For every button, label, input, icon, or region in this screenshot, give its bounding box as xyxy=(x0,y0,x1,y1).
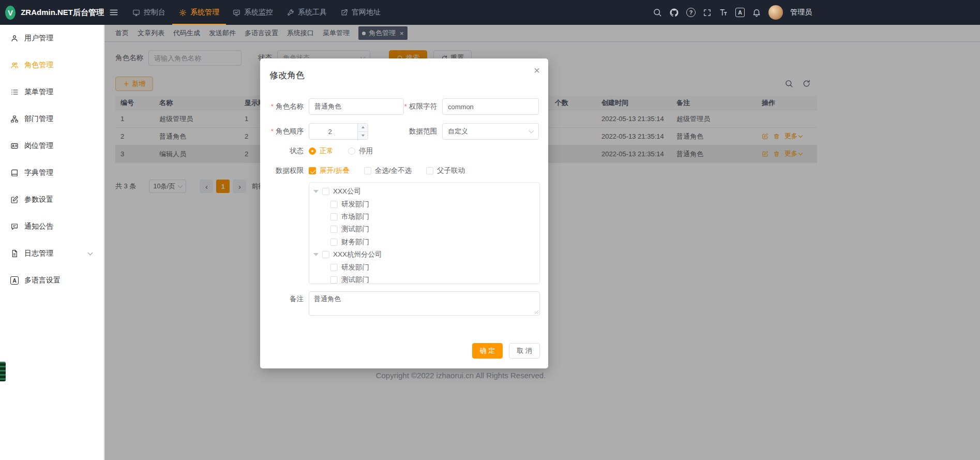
caret-down-icon[interactable] xyxy=(313,253,319,256)
remark-textarea-wrap: 普通角色 xyxy=(309,291,540,316)
sidebar-item-logs[interactable]: 日志管理 xyxy=(0,240,103,267)
sidebar-item-label: 角色管理 xyxy=(24,61,53,70)
sidebar-item-users[interactable]: 用户管理 xyxy=(0,25,103,52)
remark-textarea[interactable]: 普通角色 xyxy=(309,291,540,316)
checkbox-icon[interactable] xyxy=(330,226,338,233)
font-size-icon[interactable] xyxy=(719,8,728,17)
radio-disabled[interactable]: 停用 xyxy=(348,146,373,156)
form-row: 状态 正常 停用 xyxy=(260,146,387,156)
user-name[interactable]: 管理员 xyxy=(790,8,812,17)
radio-label: 停用 xyxy=(359,146,373,156)
status-label: 状态 xyxy=(260,146,309,156)
sidebar-item-parameters[interactable]: 参数设置 xyxy=(0,186,103,213)
tree-node-root[interactable]: XXX公司 xyxy=(313,185,539,198)
top-nav: 控制台 系统管理 系统监控 系统工具 官网地址 xyxy=(126,0,387,25)
sidebar-item-label: 多语言设置 xyxy=(24,276,61,285)
tree-node-child[interactable]: 测试部门 xyxy=(313,223,539,235)
search-icon[interactable] xyxy=(653,8,662,17)
checkbox-icon[interactable] xyxy=(330,239,338,246)
checkbox-parent-child-link[interactable]: 父子联动 xyxy=(426,166,465,175)
form-row: 角色顺序 数据范围 自定义 xyxy=(260,123,539,140)
tree-node-child[interactable]: 研发部门 xyxy=(313,198,539,210)
tree-node-child[interactable]: 财务部门 xyxy=(313,236,539,248)
checkbox-icon[interactable] xyxy=(330,276,338,284)
increment-button[interactable] xyxy=(358,124,368,132)
checkbox-icon[interactable] xyxy=(330,213,338,220)
users-icon xyxy=(10,61,19,69)
devtools-badge[interactable] xyxy=(0,362,6,381)
role-order-input[interactable] xyxy=(309,128,351,136)
checkbox-icon[interactable] xyxy=(322,251,329,258)
radio-normal[interactable]: 正常 xyxy=(309,146,334,156)
dialog-title: 修改角色 xyxy=(269,69,305,81)
caret-down-icon[interactable] xyxy=(313,190,319,193)
tree-node-root[interactable]: XXX杭州分公司 xyxy=(313,248,539,261)
sidebar-item-menus[interactable]: 菜单管理 xyxy=(0,79,103,106)
confirm-button[interactable]: 确 定 xyxy=(472,343,503,359)
cancel-button[interactable]: 取 消 xyxy=(509,343,540,359)
perm-char-label: 权限字符 xyxy=(404,102,442,111)
tree-node-child[interactable]: 研发部门 xyxy=(313,261,539,273)
tree-node-label: 研发部门 xyxy=(341,263,369,272)
nav-item-system-manage[interactable]: 系统管理 xyxy=(172,0,226,25)
wrench-icon xyxy=(287,9,294,17)
nav-item-system-tools[interactable]: 系统工具 xyxy=(280,0,334,25)
sidebar-item-notices[interactable]: 通知公告 xyxy=(0,213,103,240)
sidebar-item-label: 用户管理 xyxy=(24,34,53,43)
tree-node-label: 研发部门 xyxy=(341,200,369,209)
remark-label: 备注 xyxy=(260,291,309,307)
checkbox-icon[interactable] xyxy=(330,264,338,271)
github-icon[interactable] xyxy=(669,8,679,18)
sidebar-item-label: 部门管理 xyxy=(24,114,53,124)
document-icon xyxy=(10,249,19,258)
tree-node-label: 财务部门 xyxy=(341,238,369,247)
nav-item-console[interactable]: 控制台 xyxy=(126,0,172,25)
decrement-button[interactable] xyxy=(358,132,368,140)
sidebar-item-posts[interactable]: 岗位管理 xyxy=(0,132,103,159)
sidebar-item-dictionary[interactable]: 字典管理 xyxy=(0,159,103,186)
sidebar-item-i18n[interactable]: A 多语言设置 xyxy=(0,267,103,294)
checkbox-icon xyxy=(364,167,371,174)
role-name-input[interactable] xyxy=(309,98,404,115)
tree-node-child[interactable]: 市场部门 xyxy=(313,211,539,223)
form-row: 数据权限 展开/折叠 全选/全不选 父子联动 xyxy=(260,166,479,175)
id-card-icon xyxy=(10,142,19,150)
close-icon[interactable]: × xyxy=(534,65,540,76)
stepper-controls xyxy=(357,124,368,139)
checkbox-select-all[interactable]: 全选/全不选 xyxy=(364,166,412,175)
avatar[interactable] xyxy=(768,5,783,20)
bell-icon[interactable] xyxy=(752,8,761,17)
role-order-stepper[interactable] xyxy=(309,123,368,140)
app-logo[interactable]: V ZRAdmin.NET后台管理 xyxy=(0,6,104,20)
checkbox-icon[interactable] xyxy=(322,188,329,195)
sidebar-item-roles[interactable]: 角色管理 xyxy=(0,52,103,79)
nav-label: 系统管理 xyxy=(190,8,219,17)
help-icon[interactable]: ? xyxy=(686,8,696,17)
fullscreen-icon[interactable] xyxy=(703,8,712,17)
perm-char-input[interactable] xyxy=(442,98,539,115)
language-icon[interactable]: A xyxy=(735,8,745,17)
book-icon xyxy=(10,169,19,177)
tree-node-label: XXX杭州分公司 xyxy=(333,250,382,259)
checkbox-icon[interactable] xyxy=(330,201,338,208)
nav-item-system-monitor[interactable]: 系统监控 xyxy=(226,0,280,25)
data-scope-label: 数据范围 xyxy=(368,127,442,136)
role-order-label: 角色顺序 xyxy=(260,127,309,136)
header-actions: ? A 管理员 xyxy=(653,0,812,25)
nav-label: 系统工具 xyxy=(298,8,327,17)
tree-node-child[interactable]: 测试部门 xyxy=(313,274,539,284)
dialog-footer: 确 定 取 消 xyxy=(472,343,540,359)
nav-item-official-site[interactable]: 官网地址 xyxy=(334,0,387,25)
data-scope-value: 自定义 xyxy=(448,127,468,136)
sidebar-item-label: 字典管理 xyxy=(24,168,53,177)
role-name-label: 角色名称 xyxy=(260,102,309,111)
checkbox-expand-collapse[interactable]: 展开/折叠 xyxy=(309,166,350,175)
monitor-chart-icon xyxy=(233,9,240,17)
chevron-down-icon xyxy=(88,250,93,255)
tree-node-label: XXX公司 xyxy=(333,187,361,196)
sidebar-item-label: 通知公告 xyxy=(24,222,53,231)
data-scope-select[interactable]: 自定义 xyxy=(442,123,539,140)
hamburger-icon[interactable] xyxy=(109,8,118,17)
sidebar-item-label: 菜单管理 xyxy=(24,87,53,97)
sidebar-item-departments[interactable]: 部门管理 xyxy=(0,106,103,132)
